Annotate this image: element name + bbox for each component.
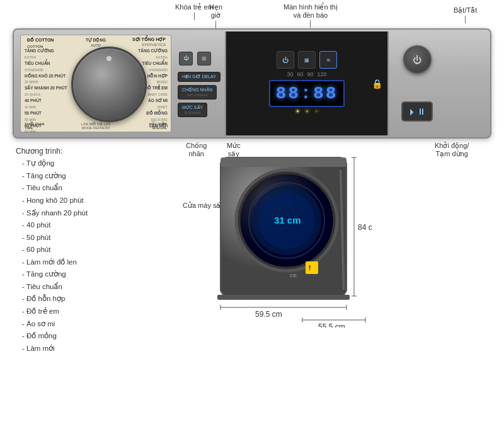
dial-bg: ĐỒ COTTON COTTON SỢI TỔNG HỢPSYNTHETICS … [20,35,171,132]
display-icon-3[interactable]: ≋ [319,51,337,69]
control-panel: ĐỒ COTTON COTTON SỢI TỔNG HỢPSYNTHETICS … [13,28,491,139]
power-button[interactable]: ⏻ [403,45,432,74]
icon-btn-power[interactable]: ⏻ [179,52,193,66]
svg-text:!: ! [309,265,311,271]
display-bottom-row: ☀ ☀ ☀ [294,107,320,116]
desc-subtitle-cotton: - Tự động - Tăng cường - Tiêu chuẩn - Ho… [22,157,183,355]
bottom-section: Chương trình: - Tự động - Tăng cường - T… [13,145,491,355]
svg-rect-11 [217,295,350,300]
svg-rect-10 [220,157,346,167]
center-buttons: ⏻ ▦ HẸN GIỜ DELAY CHỐNG NHĂNANTI-CREASE … [175,31,225,135]
dial-right-header: SỢI TỔNG HỢPSYNTHETICS [132,37,166,47]
hen-gio-btn-group: HẸN GIỜ DELAY [178,72,220,82]
desc-title: Chương trình: [16,145,183,157]
dial-center-label: TỰ ĐỘNGAUTO [86,38,106,47]
display-top-row: ⏻ ▦ ≋ [277,51,337,69]
power-section: ⏻ ⏵⏸ [389,31,445,135]
timer-120: 120 [318,71,327,77]
svg-text:31 cm: 31 cm [274,215,301,225]
chong-nhan-btn-group: CHỐNG NHĂNANTI-CREASE [178,85,217,100]
machine-image-section: Cửa máy sấy [183,145,491,334]
icon-btn-display[interactable]: ▦ [197,52,211,66]
dial-knob[interactable] [71,47,147,122]
timer-30: 30 [287,71,293,77]
digital-display: 88:88 [269,80,344,107]
svg-text:59.5 cm: 59.5 cm [255,310,282,319]
display-section: ⏻ ▦ ≋ 30 60 90 120 88:88 🔒 ☀ ☀ ☀ [225,31,389,135]
timer-90: 90 [307,71,313,77]
start-pause-button[interactable]: ⏵⏸ [401,101,433,122]
timer-values-row: 30 60 90 120 [287,71,326,77]
svg-text:84 cm: 84 cm [358,223,372,232]
lock-icon: 🔒 [372,79,382,89]
dial-bottom-center: LÀM MỚI ĐỒ LENMODE REFRESH [81,122,111,130]
muc-say-btn-group: MỨC SẤYINTENSIVE [178,103,207,117]
dial-section: ĐỒ COTTON COTTON SỢI TỔNG HỢPSYNTHETICS … [17,31,175,135]
dial-bottom-left: THỜI GIANTIME [25,122,44,130]
sun-icon-3: ☀ [313,107,320,116]
annotation-bat-tat: Bật/Tắt [454,6,477,23]
annotation-hen-gio: Hẹngiờ [209,3,222,28]
description-section: Chương trình: - Tự động - Tăng cường - T… [13,145,183,355]
timer-60: 60 [297,71,303,77]
svg-text:CE: CE [290,273,297,278]
display-icon-2[interactable]: ▦ [298,51,316,69]
hen-gio-button[interactable]: HẸN GIỜ DELAY [178,72,220,82]
annotation-khoa-tre-em: Khóa trẻ em [175,3,214,20]
svg-rect-24 [306,261,318,274]
display-icon-1[interactable]: ⏻ [277,51,294,69]
sun-icon-1: ☀ [294,107,301,116]
chong-nhan-button[interactable]: CHỐNG NHĂNANTI-CREASE [178,85,217,100]
annotation-man-hinh: Màn hình hiển thịvà đèn báo [284,3,338,28]
sun-icon-2: ☀ [304,107,311,116]
svg-text:55.5 cm: 55.5 cm [318,322,345,328]
muc-say-button[interactable]: MỨC SẤYINTENSIVE [178,103,207,117]
machine-svg: 31 cm 84 cm 59.5 cm 55.5 cm ! [202,151,372,328]
dial-bottom-right: ĐẶC BIỆTSPECIAL [149,122,167,130]
